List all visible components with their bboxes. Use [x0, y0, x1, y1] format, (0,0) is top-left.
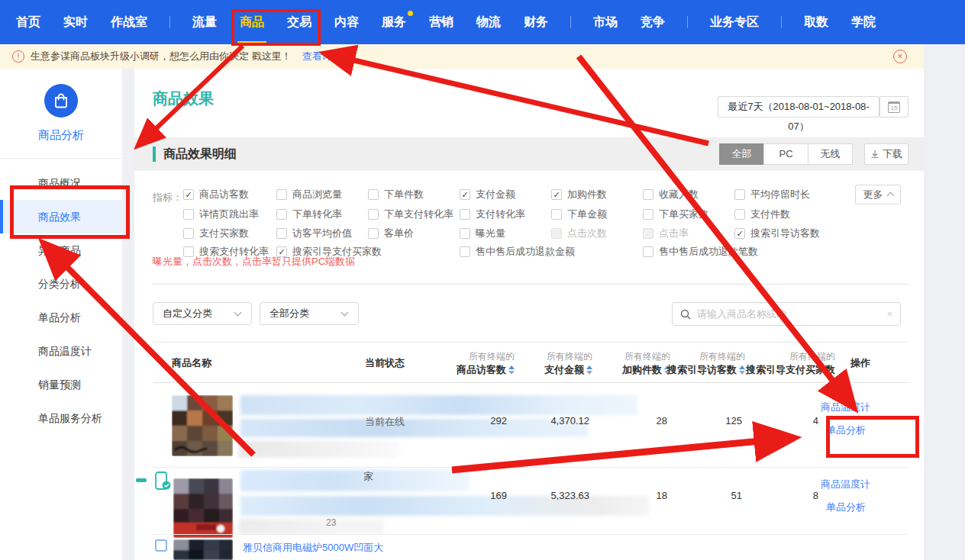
more-button[interactable]: 更多 — [855, 185, 901, 204]
product-status: 当前在线 — [365, 415, 405, 429]
badge-icon — [136, 478, 147, 482]
search-input[interactable] — [697, 308, 886, 320]
clear-icon[interactable]: × — [886, 308, 892, 320]
download-button[interactable]: 下载 — [864, 143, 909, 165]
nav-item-product[interactable]: 商品 — [228, 0, 276, 44]
table-row: 家 23 169 5,323.63 18 51 8 商品温度计 单品分析 — [153, 467, 909, 534]
product-name-link[interactable]: 雅贝信商用电磁炉5000W凹面大 — [243, 541, 383, 555]
metric-order-buyers[interactable]: 下单买家数 — [643, 208, 734, 221]
metric-pay-buyers[interactable]: 支付买家数 — [183, 227, 276, 240]
metric-order-pay-conversion[interactable]: 下单支付转化率 — [368, 208, 460, 221]
date-range-picker[interactable]: 最近7天（2018-08-01~2018-08-07） — [718, 96, 879, 117]
calendar-button[interactable]: 15 — [879, 96, 909, 117]
tab-all-terminals[interactable]: 全部 — [719, 143, 764, 165]
metric-payment-amount[interactable]: 支付金额 — [460, 188, 551, 201]
metric-cart-items[interactable]: 加购件数 — [551, 188, 643, 201]
metric-order-conversion[interactable]: 下单转化率 — [276, 208, 368, 221]
metric-avg-stay-time[interactable]: 平均停留时长 — [734, 188, 826, 201]
close-icon[interactable]: × — [893, 50, 907, 63]
checkbox-icon — [460, 246, 470, 257]
warning-icon: ! — [12, 50, 24, 63]
nav-item-realtime[interactable]: 实时 — [52, 0, 99, 44]
sidebar-item-single-product-service[interactable]: 单品服务分析 — [0, 401, 122, 435]
checkbox-icon — [551, 228, 562, 239]
nav-item-trade[interactable]: 交易 — [276, 0, 323, 44]
nav-item-content[interactable]: 内容 — [323, 0, 370, 44]
checkbox-icon — [368, 189, 379, 200]
sidebar-item-product-overview[interactable]: 商品概况 — [0, 166, 122, 200]
product-image[interactable] — [173, 539, 233, 560]
text-fragment: 家 — [363, 470, 373, 484]
sidebar: 商品分析 商品概况 商品效果 异常商品 分类分析 单品分析 商品温度计 销量预测… — [0, 69, 122, 560]
single-product-analysis-link[interactable]: 单品分析 — [826, 423, 866, 437]
payment-value: 4,370.12 — [550, 415, 589, 426]
sidebar-item-single-product-analysis[interactable]: 单品分析 — [0, 301, 122, 334]
product-image[interactable] — [172, 395, 233, 456]
nav-item-competition[interactable]: 竞争 — [629, 0, 676, 44]
notice-detail-link[interactable]: 查看详情 — [302, 50, 342, 63]
nav-item-data-extract[interactable]: 取数 — [792, 0, 840, 44]
metric-order-items[interactable]: 下单件数 — [368, 188, 460, 201]
blurred-text — [239, 519, 384, 534]
col-payment-sort[interactable]: 所有终端的 支付金额 — [516, 343, 592, 384]
product-thermometer-link[interactable]: 商品温度计 — [821, 401, 870, 414]
single-product-analysis-link[interactable]: 单品分析 — [826, 500, 866, 514]
divider — [0, 158, 122, 159]
checkbox-icon — [734, 228, 745, 239]
metric-visitor-avg-value[interactable]: 访客平均价值 — [276, 227, 368, 240]
col-visitors-sort[interactable]: 所有终端的 商品访客数 — [431, 343, 515, 384]
checkbox-icon — [460, 189, 470, 200]
nav-item-business-zone[interactable]: 业务专区 — [699, 0, 770, 44]
nav-item-market[interactable]: 市场 — [582, 0, 629, 44]
all-category-dropdown[interactable]: 全部分类 — [260, 302, 359, 325]
sidebar-item-category-analysis[interactable]: 分类分析 — [0, 267, 122, 301]
nav-item-home[interactable]: 首页 — [5, 0, 52, 44]
checkbox-icon — [643, 246, 654, 257]
nav-item-service[interactable]: 服务 — [370, 0, 418, 44]
nav-item-logistics[interactable]: 物流 — [465, 0, 512, 44]
checkbox-icon — [734, 209, 745, 220]
metric-impressions[interactable]: 曝光量 — [460, 227, 551, 240]
metric-refund-count[interactable]: 售中售后成功退款笔数 — [643, 245, 758, 259]
checkbox-icon — [368, 228, 379, 239]
metric-order-amount[interactable]: 下单金额 — [551, 208, 643, 221]
metric-product-views[interactable]: 商品浏览量 — [276, 188, 368, 201]
metric-product-visitors[interactable]: 商品访客数 — [183, 188, 276, 201]
tab-pc[interactable]: PC — [763, 143, 808, 165]
metric-pay-conversion[interactable]: 支付转化率 — [460, 208, 551, 221]
table-row: 雅贝信商用电磁炉5000W凹面大 — [153, 534, 909, 560]
sidebar-item-product-effect[interactable]: 商品效果 — [0, 200, 122, 233]
metric-pay-items[interactable]: 支付件数 — [734, 208, 826, 221]
metric-detail-bounce-rate[interactable]: 详情页跳出率 — [183, 208, 276, 221]
sidebar-item-abnormal-products[interactable]: 异常商品 — [0, 233, 122, 267]
product-image[interactable] — [173, 478, 233, 538]
checkbox-icon — [368, 209, 379, 220]
metric-refund-amount[interactable]: 售中售后成功退款金额 — [460, 245, 643, 259]
nav-item-academy[interactable]: 学院 — [840, 0, 887, 44]
mobile-verified-badge-icon — [154, 471, 171, 494]
nav-item-marketing[interactable]: 营销 — [418, 0, 465, 44]
metric-clicks[interactable]: 点击次数 — [551, 227, 643, 240]
checkbox-icon — [643, 189, 654, 200]
col-search-buyers[interactable]: 所有终端的 搜索引导支付买家数 — [728, 343, 835, 384]
custom-category-dropdown[interactable]: 自定义分类 — [153, 302, 252, 325]
sidebar-item-sales-forecast[interactable]: 销量预测 — [0, 368, 122, 401]
sidebar-item-product-thermometer[interactable]: 商品温度计 — [0, 334, 122, 368]
metric-avg-order-value[interactable]: 客单价 — [368, 227, 460, 240]
checkbox-icon — [460, 228, 470, 239]
metric-search-guided-visitors[interactable]: 搜索引导访客数 — [734, 227, 826, 240]
pc-only-note: 曝光量，点击次数，点击率暂只提供PC端数据 — [153, 255, 355, 269]
text-fragment: 23 — [326, 517, 336, 528]
metric-favorites[interactable]: 收藏人数 — [643, 188, 734, 201]
nav-item-war-room[interactable]: 作战室 — [99, 0, 159, 44]
checkbox-icon — [643, 228, 654, 239]
table-row: 当前在线 292 4,370.12 28 125 4 商品温度计 单品分析 — [153, 383, 909, 467]
product-thermometer-link[interactable]: 商品温度计 — [821, 478, 870, 491]
metric-click-rate[interactable]: 点击率 — [643, 227, 734, 240]
cart-value: 28 — [657, 415, 667, 426]
nav-item-traffic[interactable]: 流量 — [181, 0, 228, 44]
nav-item-finance[interactable]: 财务 — [512, 0, 560, 44]
tab-wireless[interactable]: 无线 — [808, 143, 853, 165]
search-icon — [680, 309, 691, 320]
checkbox-icon — [551, 209, 562, 220]
